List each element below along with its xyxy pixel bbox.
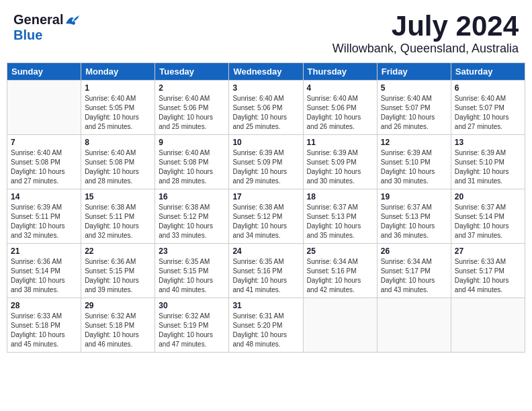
weekday-header: Sunday bbox=[7, 63, 81, 81]
weekday-header: Friday bbox=[377, 63, 451, 81]
calendar-cell: 1Sunrise: 6:40 AM Sunset: 5:05 PM Daylig… bbox=[81, 81, 155, 135]
calendar-cell: 5Sunrise: 6:40 AM Sunset: 5:07 PM Daylig… bbox=[377, 81, 451, 135]
calendar-cell: 30Sunrise: 6:32 AM Sunset: 5:19 PM Dayli… bbox=[155, 298, 229, 353]
calendar-cell: 24Sunrise: 6:35 AM Sunset: 5:16 PM Dayli… bbox=[229, 244, 303, 298]
day-number: 14 bbox=[11, 192, 77, 201]
calendar-cell: 17Sunrise: 6:38 AM Sunset: 5:12 PM Dayli… bbox=[229, 189, 303, 244]
calendar-cell bbox=[7, 81, 81, 135]
calendar-week-row: 14Sunrise: 6:39 AM Sunset: 5:11 PM Dayli… bbox=[7, 189, 525, 244]
calendar-cell: 14Sunrise: 6:39 AM Sunset: 5:11 PM Dayli… bbox=[7, 189, 81, 244]
day-number: 30 bbox=[159, 301, 225, 310]
calendar-cell bbox=[377, 298, 451, 353]
month-title: July 2024 bbox=[332, 12, 519, 40]
day-number: 18 bbox=[307, 192, 373, 201]
day-number: 10 bbox=[232, 138, 299, 147]
weekday-header: Monday bbox=[81, 63, 155, 81]
day-info: Sunrise: 6:36 AM Sunset: 5:14 PM Dayligh… bbox=[11, 257, 77, 295]
calendar-week-row: 1Sunrise: 6:40 AM Sunset: 5:05 PM Daylig… bbox=[7, 81, 525, 135]
calendar-cell: 28Sunrise: 6:33 AM Sunset: 5:18 PM Dayli… bbox=[7, 298, 81, 353]
calendar-cell: 11Sunrise: 6:39 AM Sunset: 5:09 PM Dayli… bbox=[303, 135, 377, 189]
day-info: Sunrise: 6:32 AM Sunset: 5:18 PM Dayligh… bbox=[85, 312, 151, 349]
calendar-cell: 31Sunrise: 6:31 AM Sunset: 5:20 PM Dayli… bbox=[229, 298, 303, 353]
day-number: 2 bbox=[159, 83, 225, 93]
calendar-cell: 22Sunrise: 6:36 AM Sunset: 5:15 PM Dayli… bbox=[81, 244, 155, 298]
day-number: 26 bbox=[381, 246, 447, 256]
day-number: 9 bbox=[159, 138, 225, 147]
day-info: Sunrise: 6:37 AM Sunset: 5:13 PM Dayligh… bbox=[381, 203, 447, 240]
calendar-week-row: 7Sunrise: 6:40 AM Sunset: 5:08 PM Daylig… bbox=[7, 135, 525, 189]
location-title: Willowbank, Queensland, Australia bbox=[332, 42, 519, 56]
day-info: Sunrise: 6:40 AM Sunset: 5:06 PM Dayligh… bbox=[307, 94, 373, 132]
calendar-cell bbox=[451, 298, 525, 353]
day-info: Sunrise: 6:40 AM Sunset: 5:06 PM Dayligh… bbox=[232, 94, 299, 132]
logo-bird-icon bbox=[64, 14, 79, 26]
day-info: Sunrise: 6:39 AM Sunset: 5:11 PM Dayligh… bbox=[11, 203, 77, 240]
day-number: 27 bbox=[455, 246, 521, 256]
day-info: Sunrise: 6:38 AM Sunset: 5:11 PM Dayligh… bbox=[85, 203, 151, 240]
day-number: 4 bbox=[307, 83, 373, 93]
day-info: Sunrise: 6:39 AM Sunset: 5:10 PM Dayligh… bbox=[455, 148, 521, 186]
day-info: Sunrise: 6:37 AM Sunset: 5:13 PM Dayligh… bbox=[307, 203, 373, 240]
day-info: Sunrise: 6:36 AM Sunset: 5:15 PM Dayligh… bbox=[85, 257, 151, 295]
day-number: 28 bbox=[11, 301, 77, 310]
day-info: Sunrise: 6:38 AM Sunset: 5:12 PM Dayligh… bbox=[232, 203, 299, 240]
day-number: 15 bbox=[85, 192, 151, 201]
weekday-header: Wednesday bbox=[229, 63, 303, 81]
day-number: 5 bbox=[381, 83, 447, 93]
day-number: 29 bbox=[85, 301, 151, 310]
calendar-cell: 9Sunrise: 6:40 AM Sunset: 5:08 PM Daylig… bbox=[155, 135, 229, 189]
calendar-cell: 29Sunrise: 6:32 AM Sunset: 5:18 PM Dayli… bbox=[81, 298, 155, 353]
calendar-week-row: 21Sunrise: 6:36 AM Sunset: 5:14 PM Dayli… bbox=[7, 244, 525, 298]
page-header: General Blue July 2024 Willowbank, Queen… bbox=[7, 7, 525, 58]
calendar-cell: 23Sunrise: 6:35 AM Sunset: 5:15 PM Dayli… bbox=[155, 244, 229, 298]
day-info: Sunrise: 6:40 AM Sunset: 5:07 PM Dayligh… bbox=[381, 94, 447, 132]
day-number: 19 bbox=[381, 192, 447, 201]
logo-blue-text: Blue bbox=[13, 28, 42, 42]
day-info: Sunrise: 6:38 AM Sunset: 5:12 PM Dayligh… bbox=[159, 203, 225, 240]
day-info: Sunrise: 6:40 AM Sunset: 5:08 PM Dayligh… bbox=[159, 148, 225, 186]
logo: General Blue bbox=[13, 12, 79, 43]
logo-general-text: General bbox=[13, 12, 63, 28]
day-number: 7 bbox=[11, 138, 77, 147]
day-number: 31 bbox=[232, 301, 299, 310]
calendar-cell: 4Sunrise: 6:40 AM Sunset: 5:06 PM Daylig… bbox=[303, 81, 377, 135]
day-info: Sunrise: 6:40 AM Sunset: 5:05 PM Dayligh… bbox=[85, 94, 151, 132]
day-info: Sunrise: 6:34 AM Sunset: 5:16 PM Dayligh… bbox=[307, 257, 373, 295]
calendar-cell: 27Sunrise: 6:33 AM Sunset: 5:17 PM Dayli… bbox=[451, 244, 525, 298]
calendar-cell: 8Sunrise: 6:40 AM Sunset: 5:08 PM Daylig… bbox=[81, 135, 155, 189]
calendar-cell: 21Sunrise: 6:36 AM Sunset: 5:14 PM Dayli… bbox=[7, 244, 81, 298]
calendar-cell: 12Sunrise: 6:39 AM Sunset: 5:10 PM Dayli… bbox=[377, 135, 451, 189]
calendar-week-row: 28Sunrise: 6:33 AM Sunset: 5:18 PM Dayli… bbox=[7, 298, 525, 353]
weekday-header: Saturday bbox=[451, 63, 525, 81]
day-number: 17 bbox=[232, 192, 299, 201]
day-info: Sunrise: 6:33 AM Sunset: 5:18 PM Dayligh… bbox=[11, 312, 77, 349]
day-number: 6 bbox=[455, 83, 521, 93]
calendar-cell: 26Sunrise: 6:34 AM Sunset: 5:17 PM Dayli… bbox=[377, 244, 451, 298]
calendar-cell: 6Sunrise: 6:40 AM Sunset: 5:07 PM Daylig… bbox=[451, 81, 525, 135]
day-number: 12 bbox=[381, 138, 447, 147]
day-number: 22 bbox=[85, 246, 151, 256]
calendar-cell: 2Sunrise: 6:40 AM Sunset: 5:06 PM Daylig… bbox=[155, 81, 229, 135]
day-number: 3 bbox=[232, 83, 299, 93]
day-number: 13 bbox=[455, 138, 521, 147]
day-info: Sunrise: 6:40 AM Sunset: 5:08 PM Dayligh… bbox=[11, 148, 77, 186]
weekday-header: Tuesday bbox=[155, 63, 229, 81]
day-number: 1 bbox=[85, 83, 151, 93]
calendar-cell: 18Sunrise: 6:37 AM Sunset: 5:13 PM Dayli… bbox=[303, 189, 377, 244]
calendar-cell: 3Sunrise: 6:40 AM Sunset: 5:06 PM Daylig… bbox=[229, 81, 303, 135]
calendar-cell: 25Sunrise: 6:34 AM Sunset: 5:16 PM Dayli… bbox=[303, 244, 377, 298]
day-number: 25 bbox=[307, 246, 373, 256]
calendar-cell: 19Sunrise: 6:37 AM Sunset: 5:13 PM Dayli… bbox=[377, 189, 451, 244]
day-number: 16 bbox=[159, 192, 225, 201]
calendar-cell: 15Sunrise: 6:38 AM Sunset: 5:11 PM Dayli… bbox=[81, 189, 155, 244]
calendar-cell: 20Sunrise: 6:37 AM Sunset: 5:14 PM Dayli… bbox=[451, 189, 525, 244]
day-info: Sunrise: 6:40 AM Sunset: 5:07 PM Dayligh… bbox=[455, 94, 521, 132]
calendar-cell: 13Sunrise: 6:39 AM Sunset: 5:10 PM Dayli… bbox=[451, 135, 525, 189]
title-section: July 2024 Willowbank, Queensland, Austra… bbox=[332, 12, 519, 56]
day-number: 24 bbox=[232, 246, 299, 256]
day-info: Sunrise: 6:34 AM Sunset: 5:17 PM Dayligh… bbox=[381, 257, 447, 295]
day-info: Sunrise: 6:35 AM Sunset: 5:15 PM Dayligh… bbox=[159, 257, 225, 295]
day-info: Sunrise: 6:39 AM Sunset: 5:09 PM Dayligh… bbox=[307, 148, 373, 186]
weekday-header: Thursday bbox=[303, 63, 377, 81]
day-info: Sunrise: 6:35 AM Sunset: 5:16 PM Dayligh… bbox=[232, 257, 299, 295]
